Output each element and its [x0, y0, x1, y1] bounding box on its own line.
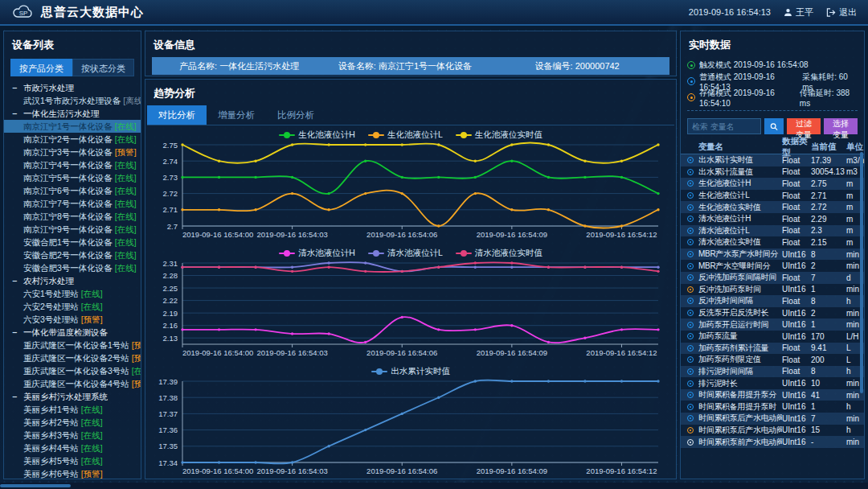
device-tree-item[interactable]: 安徽合肥1号一体化设备[在线]: [4, 236, 141, 249]
device-tree-item[interactable]: 六安2号处理站[在线]: [4, 300, 141, 313]
legend-item[interactable]: 清水池液位实时值: [456, 248, 542, 259]
device-tree-item[interactable]: 南京江宁7号一体化设备[在线]: [4, 197, 141, 210]
row-target-icon: [687, 298, 698, 304]
legend-item[interactable]: 清水池液位计H: [279, 248, 355, 259]
current-value-cell: 8: [811, 250, 846, 259]
mode-ring-icon: [687, 310, 694, 316]
device-tree-item[interactable]: 安徽合肥3号一体化设备[在线]: [4, 261, 141, 274]
data-type-cell: Float: [782, 355, 811, 364]
current-value-cell: 17.39: [811, 156, 846, 165]
device-tree-item[interactable]: 美丽乡村2号站[在线]: [4, 416, 141, 429]
device-tree-item[interactable]: 南京江宁5号一体化设备[在线]: [4, 171, 141, 184]
table-row[interactable]: 反冲洗加药泵间隔时间Float7d: [681, 272, 864, 284]
table-row[interactable]: 时间累积备用提升泵分UInt1641min: [681, 389, 864, 401]
device-group-header[interactable]: −美丽乡村污水处理系统: [4, 390, 141, 403]
legend-item[interactable]: 生化池液位计L: [368, 129, 443, 141]
tab-compare-analysis[interactable]: 对比分析: [147, 105, 207, 125]
device-status-badge: [在线]: [115, 263, 137, 273]
tab-increment-analysis[interactable]: 增量分析: [207, 105, 266, 125]
unit-cell: h: [846, 402, 866, 411]
device-tree-item[interactable]: 南京江宁1号一体化设备[在线]: [4, 120, 141, 133]
table-row[interactable]: 出水累计实时值Float17.39m3/h: [681, 154, 864, 166]
table-row[interactable]: 加药泵药剂限定值Float200L: [681, 354, 864, 366]
variable-name-cell: 加药泵流量: [698, 331, 782, 342]
svg-text:2.16: 2.16: [163, 321, 178, 330]
table-row[interactable]: 反冲洗加药泵时间UInt161min: [681, 284, 864, 296]
table-row[interactable]: 出水累计流量值Float30054.13m3: [681, 166, 864, 179]
table-row[interactable]: 生化池液位计HFloat2.75m: [681, 178, 864, 190]
legend-item[interactable]: 出水累计实时值: [371, 366, 450, 377]
table-row[interactable]: 生化池液位计LFloat2.71m: [681, 190, 864, 202]
legend-marker-icon: [456, 250, 472, 257]
table-row[interactable]: 排污泥时长UInt1610min: [681, 377, 864, 389]
svg-text:17.37: 17.37: [158, 409, 178, 418]
table-row[interactable]: 反洗泵开启反洗时长UInt162min: [681, 307, 864, 319]
device-tree-item[interactable]: 美丽乡村3号站[在线]: [4, 429, 141, 442]
collapse-minus-icon[interactable]: −: [12, 326, 20, 339]
device-tree-item[interactable]: 美丽乡村1号站[在线]: [4, 403, 141, 416]
device-tree-item[interactable]: 南京江宁8号一体化设备[在线]: [4, 210, 141, 223]
table-row[interactable]: 时间累积备用提升泵时UInt161h: [681, 401, 864, 413]
search-button[interactable]: [764, 118, 784, 134]
device-list-tabs: 按产品分类 按状态分类: [10, 59, 134, 76]
device-tree-item[interactable]: 安徽合肥2号一体化设备[在线]: [4, 249, 141, 261]
variable-name-cell: 清水池液位计L: [698, 225, 782, 236]
device-name-field: 设备名称: 南京江宁1号一体化设备: [338, 60, 535, 72]
legend-item[interactable]: 生化池液位计H: [279, 129, 355, 141]
legend-item[interactable]: 生化池液位实时值: [456, 129, 542, 141]
device-tree-item[interactable]: 六安1号处理站[在线]: [4, 287, 141, 300]
device-tree-item[interactable]: 六安3号处理站[预警]: [4, 313, 141, 326]
variable-search-input[interactable]: [687, 118, 761, 134]
horizontal-scrollbar[interactable]: [0, 484, 71, 487]
collapse-minus-icon[interactable]: −: [12, 274, 20, 287]
table-row[interactable]: 时间累积泵后产水电动阀分UInt167min: [681, 413, 864, 425]
device-group-header[interactable]: −一体化带温度检测设备: [4, 326, 141, 339]
table-row[interactable]: 反冲洗时间间隔Float8h: [681, 295, 864, 307]
table-row[interactable]: 生化池液位实时值Float2.72m: [681, 201, 864, 213]
device-tree-item[interactable]: 南京江宁4号一体化设备[在线]: [4, 158, 141, 171]
table-row[interactable]: 清水池液位计LFloat2.3m: [681, 225, 864, 237]
tab-by-product[interactable]: 按产品分类: [10, 59, 72, 76]
device-tree-item[interactable]: 重庆武隆区一体化设备4号站[预警]: [4, 377, 141, 390]
table-row[interactable]: MBR产水泵产水时间分UInt168min: [681, 249, 864, 261]
filter-variables-button[interactable]: 过滤变量: [787, 118, 821, 134]
device-tree-item[interactable]: 美丽乡村5号站[在线]: [4, 454, 141, 467]
table-row[interactable]: 时间累积泵后产水电动阀时UInt1615h: [681, 425, 864, 437]
table-row[interactable]: 加药泵开启运行时间UInt161min: [681, 318, 864, 331]
tab-by-status[interactable]: 按状态分类: [72, 59, 134, 76]
logout-button[interactable]: 退出: [826, 6, 857, 18]
device-tree-item[interactable]: 南京江宁6号一体化设备[在线]: [4, 184, 141, 197]
device-tree-item[interactable]: 武汉1号市政污水处理设备[离线]: [4, 94, 141, 107]
device-tree-item[interactable]: 重庆武隆区一体化设备3号站[在线]: [4, 364, 141, 377]
collapse-minus-icon[interactable]: −: [12, 107, 20, 120]
tab-ratio-analysis[interactable]: 比例分析: [266, 105, 326, 125]
device-tree-item[interactable]: 重庆武隆区一体化设备2号站[预警]: [4, 351, 141, 364]
col-current-value: 当前值: [811, 142, 846, 153]
device-tree-item[interactable]: 美丽乡村6号站[预警]: [4, 467, 141, 480]
collapse-minus-icon[interactable]: −: [12, 390, 20, 403]
device-group-header[interactable]: −一体化生活污水处理: [4, 107, 141, 120]
table-row[interactable]: 加药泵药剂累计流量Float9.41L: [681, 343, 864, 355]
table-row[interactable]: 排污泥时间间隔Float8h: [681, 366, 864, 378]
device-tree-item[interactable]: 南京江宁3号一体化设备[预警]: [4, 146, 141, 158]
table-row[interactable]: 加药泵流量UInt16170L/H: [681, 331, 864, 343]
device-tree-item[interactable]: 美丽乡村4号站[在线]: [4, 442, 141, 454]
device-tree-item[interactable]: 重庆武隆区一体化设备1号站[预警]: [4, 339, 141, 351]
device-tree-item[interactable]: 南京江宁2号一体化设备[在线]: [4, 133, 141, 146]
chart-legend: 清水池液位计H清水池液位计L清水池液位实时值: [145, 247, 676, 259]
table-scrollbar[interactable]: [860, 152, 863, 393]
mode-ring-icon: [687, 157, 694, 163]
table-row[interactable]: 清水池液位计HFloat2.29m: [681, 213, 864, 225]
table-row[interactable]: 清水池液位实时值Float2.15m: [681, 236, 864, 249]
legend-item[interactable]: 清水池液位计L: [368, 248, 443, 259]
device-group-header[interactable]: −市政污水处理: [4, 81, 141, 94]
collapse-minus-icon[interactable]: −: [12, 81, 20, 94]
line-chart: 2.132.162.192.222.252.282.312019-09-16 1…: [145, 259, 666, 359]
table-row[interactable]: MBR产水空曝时间分UInt162min: [681, 260, 864, 272]
device-group-header[interactable]: −农村污水处理: [4, 274, 141, 287]
select-variables-button[interactable]: 选择变量: [824, 118, 858, 134]
device-tree-item[interactable]: 南京江宁9号一体化设备[在线]: [4, 223, 141, 236]
device-name: 武汉1号市政污水处理设备: [23, 96, 121, 105]
table-row[interactable]: 时间累积泵前产水电动阀分UInt16-min: [681, 436, 864, 448]
user-menu[interactable]: 王平: [784, 6, 813, 18]
